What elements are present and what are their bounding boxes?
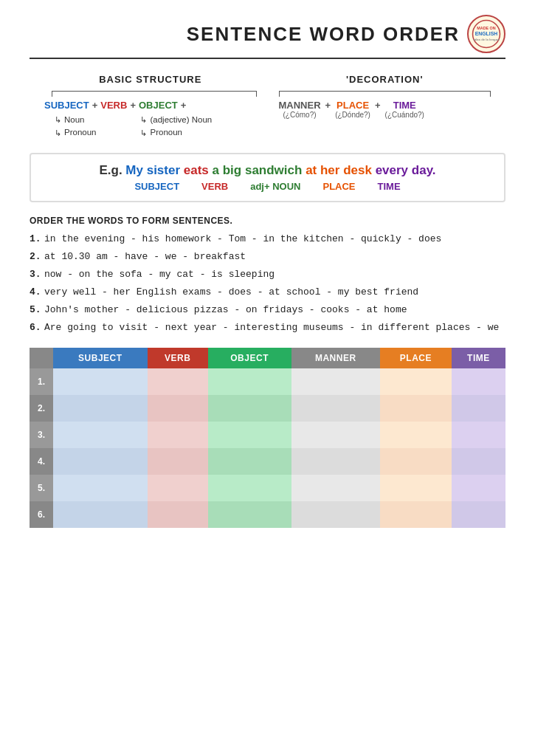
row-num-5: 5.	[30, 475, 53, 501]
word-order-table: SUBJECT VERB OBJECT MANNER PLACE TIME 1.…	[30, 348, 505, 528]
sentences-list: 1.in the evening - his homework - Tom - …	[30, 233, 505, 333]
time-label: TIME	[393, 100, 416, 111]
plus1: +	[92, 100, 98, 111]
cell-manner-4[interactable]	[291, 448, 380, 475]
example-my-sister: My sister	[125, 163, 180, 177]
cell-object-3[interactable]	[208, 422, 291, 448]
cell-verb-5[interactable]	[148, 475, 208, 501]
example-label-adjnoun: adj+ NOUN	[250, 181, 300, 192]
cell-subject-6[interactable]	[53, 501, 148, 528]
table-row: 5.	[30, 475, 505, 501]
cell-place-3[interactable]	[380, 422, 452, 448]
instructions: ORDER THE WORDS TO FORM SENTENCES.	[30, 216, 505, 226]
cell-object-6[interactable]	[208, 501, 291, 528]
decoration-formula: MANNER (¿Cómo?) + PLACE (¿Dónde?) + TIME…	[279, 100, 491, 119]
cell-place-5[interactable]	[380, 475, 452, 501]
row-num-2: 2.	[30, 395, 53, 422]
cell-manner-1[interactable]	[291, 368, 380, 395]
example-desk: at her desk	[306, 163, 372, 177]
cell-subject-5[interactable]	[53, 475, 148, 501]
verb-label: VERB	[100, 100, 127, 111]
arrow-icon-2: ↳	[55, 127, 61, 140]
object-pronoun: ↳ Pronoun	[140, 126, 212, 139]
th-subject: SUBJECT	[53, 348, 148, 368]
cell-object-1[interactable]	[208, 368, 291, 395]
arrow-icon: ↳	[55, 114, 61, 126]
time-col: TIME (¿Cuándo?)	[385, 100, 424, 119]
place-sub: (¿Dónde?)	[335, 111, 370, 119]
list-item: 2.at 10.30 am - have - we - breakfast	[30, 251, 505, 262]
cell-place-4[interactable]	[380, 448, 452, 475]
structure-section: BASIC STRUCTURE SUBJECT + VERB + OBJECT …	[30, 74, 505, 140]
cell-place-6[interactable]	[380, 501, 452, 528]
cell-verb-4[interactable]	[148, 448, 208, 475]
list-item: 5.John's mother - delicious pizzas - on …	[30, 304, 505, 315]
arrow-icon-4: ↳	[140, 127, 147, 140]
manner-label: MANNER	[279, 100, 321, 111]
cell-verb-6[interactable]	[148, 501, 208, 528]
subject-subitems: ↳ Noun ↳ Pronoun	[55, 114, 96, 140]
table-header-row: SUBJECT VERB OBJECT MANNER PLACE TIME	[30, 348, 505, 368]
basic-structure: BASIC STRUCTURE SUBJECT + VERB + OBJECT …	[44, 74, 257, 140]
plus3: +	[181, 100, 187, 111]
th-object: OBJECT	[208, 348, 291, 368]
table-row: 4.	[30, 448, 505, 475]
cell-object-5[interactable]	[208, 475, 291, 501]
cell-time-5[interactable]	[452, 475, 505, 501]
row-num-3: 3.	[30, 422, 53, 448]
cell-object-2[interactable]	[208, 395, 291, 422]
cell-subject-1[interactable]	[53, 368, 148, 395]
list-item: 1.in the evening - his homework - Tom - …	[30, 233, 505, 244]
object-subitems: ↳ (adjective) Noun ↳ Pronoun	[140, 114, 212, 140]
cell-verb-1[interactable]	[148, 368, 208, 395]
deco-plus2: +	[375, 100, 381, 111]
example-label-subject: SUBJECT	[134, 181, 179, 192]
cell-time-4[interactable]	[452, 448, 505, 475]
cell-manner-6[interactable]	[291, 501, 380, 528]
cell-place-2[interactable]	[380, 395, 452, 422]
th-place: PLACE	[380, 348, 452, 368]
row-num-1: 1.	[30, 368, 53, 395]
logo-badge: MADE ON ENGLISH atlas de la lengua	[467, 15, 505, 53]
cell-time-6[interactable]	[452, 501, 505, 528]
subject-noun: ↳ Noun	[55, 114, 96, 126]
decoration-section: 'DECORATION' MANNER (¿Cómo?) + PLACE (¿D…	[257, 74, 491, 140]
cell-object-4[interactable]	[208, 448, 291, 475]
svg-text:MADE ON: MADE ON	[477, 26, 496, 30]
example-labels: SUBJECT VERB adj+ NOUN PLACE TIME	[46, 181, 489, 192]
cell-verb-3[interactable]	[148, 422, 208, 448]
table-row: 2.	[30, 395, 505, 422]
th-time: TIME	[452, 348, 505, 368]
cell-manner-5[interactable]	[291, 475, 380, 501]
deco-plus1: +	[325, 100, 331, 111]
arrow-icon-3: ↳	[140, 114, 147, 126]
cell-subject-3[interactable]	[53, 422, 148, 448]
cell-time-2[interactable]	[452, 395, 505, 422]
cell-verb-2[interactable]	[148, 395, 208, 422]
table-row: 6.	[30, 501, 505, 528]
object-label: OBJECT	[139, 100, 178, 111]
cell-place-1[interactable]	[380, 368, 452, 395]
cell-subject-4[interactable]	[53, 448, 148, 475]
subject-label: SUBJECT	[44, 100, 89, 111]
example-sentence: E.g. My sister eats a big sandwich at he…	[46, 163, 489, 178]
time-sub: (¿Cuándo?)	[385, 111, 424, 119]
cell-manner-3[interactable]	[291, 422, 380, 448]
table-row: 1.	[30, 368, 505, 395]
list-item: 4.very well - her English exams - does -…	[30, 286, 505, 298]
place-col: PLACE (¿Dónde?)	[335, 100, 370, 119]
list-item: 3.now - on the sofa - my cat - is sleepi…	[30, 269, 505, 280]
list-item: 6.Are going to visit - next year - inter…	[30, 322, 505, 333]
cell-time-3[interactable]	[452, 422, 505, 448]
svg-text:atlas de la lengua: atlas de la lengua	[473, 38, 500, 41]
example-everyday: every day.	[376, 163, 436, 177]
example-box: E.g. My sister eats a big sandwich at he…	[30, 153, 505, 202]
decoration-heading: 'DECORATION'	[279, 74, 491, 85]
cell-time-1[interactable]	[452, 368, 505, 395]
cell-manner-2[interactable]	[291, 395, 380, 422]
row-num-4: 4.	[30, 448, 53, 475]
cell-subject-2[interactable]	[53, 395, 148, 422]
manner-col: MANNER (¿Cómo?)	[279, 100, 321, 119]
row-num-6: 6.	[30, 501, 53, 528]
subject-pronoun: ↳ Pronoun	[55, 126, 96, 139]
